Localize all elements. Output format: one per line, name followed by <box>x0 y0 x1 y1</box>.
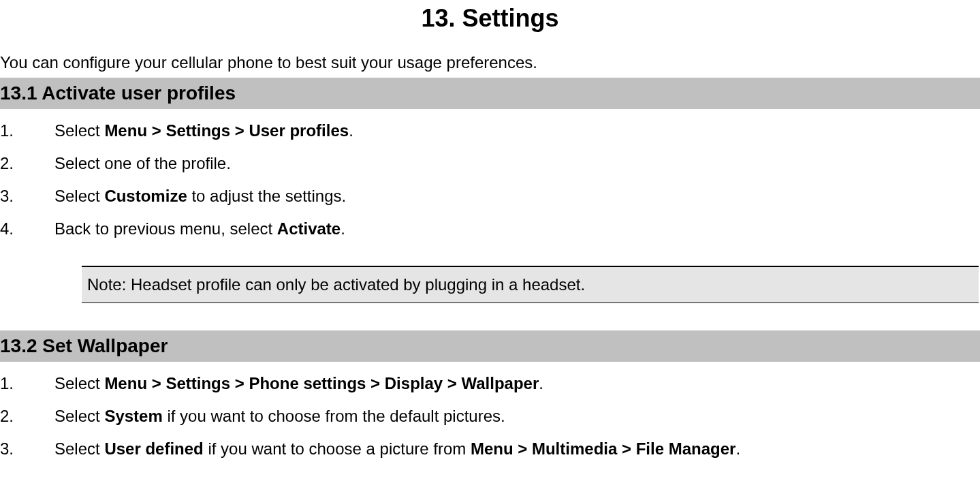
step-number: 1. <box>0 371 54 396</box>
list-item: 4. Back to previous menu, select Activat… <box>0 213 980 245</box>
list-item: 3. Select User defined if you want to ch… <box>0 433 980 465</box>
section-title: Set Wallpaper <box>42 335 168 356</box>
steps-list-1: 1. Select Menu > Settings > User profile… <box>0 114 980 245</box>
step-content: Select User defined if you want to choos… <box>54 437 980 461</box>
step-number: 2. <box>0 151 54 176</box>
document-page: 13. Settings You can configure your cell… <box>0 0 980 465</box>
chapter-title: 13. Settings <box>0 0 980 37</box>
section-number: 13.1 <box>0 82 37 104</box>
step-content: Select Menu > Settings > User profiles. <box>54 119 980 143</box>
list-item: 1. Select Menu > Settings > User profile… <box>0 114 980 147</box>
list-item: 3. Select Customize to adjust the settin… <box>0 180 980 213</box>
intro-paragraph: You can configure your cellular phone to… <box>0 50 980 75</box>
step-number: 4. <box>0 217 54 241</box>
step-content: Select System if you want to choose from… <box>54 404 980 429</box>
note-text: Note: Headset profile can only be activa… <box>87 275 585 294</box>
list-item: 2. Select System if you want to choose f… <box>0 400 980 433</box>
list-item: 2. Select one of the profile. <box>0 147 980 180</box>
step-content: Select one of the profile. <box>54 151 980 176</box>
section-title: Activate user profiles <box>42 82 236 104</box>
step-number: 3. <box>0 184 54 208</box>
note-box: Note: Headset profile can only be activa… <box>82 266 979 303</box>
list-item: 1. Select Menu > Settings > Phone settin… <box>0 367 980 400</box>
step-content: Select Customize to adjust the settings. <box>54 184 980 208</box>
section-heading-13-2: 13.2 Set Wallpaper <box>0 330 980 362</box>
step-content: Back to previous menu, select Activate. <box>54 217 980 241</box>
step-content: Select Menu > Settings > Phone settings … <box>54 371 980 396</box>
step-number: 3. <box>0 437 54 461</box>
step-number: 1. <box>0 119 54 143</box>
steps-list-2: 1. Select Menu > Settings > Phone settin… <box>0 367 980 465</box>
step-number: 2. <box>0 404 54 429</box>
section-number: 13.2 <box>0 335 37 356</box>
section-heading-13-1: 13.1 Activate user profiles <box>0 78 980 109</box>
